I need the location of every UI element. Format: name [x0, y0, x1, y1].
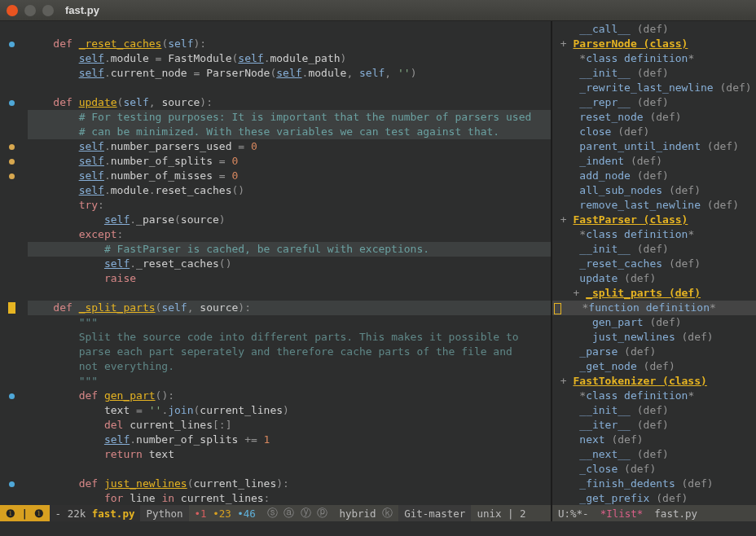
outline-item[interactable]: _finish_dedents (def): [552, 477, 756, 491]
code-line[interactable]: self._parse(source): [28, 213, 551, 227]
outline-item[interactable]: _close (def): [552, 462, 756, 477]
ml-side-mode: *Ilist*: [595, 505, 649, 521]
outline-item[interactable]: remove_last_newline (def): [552, 198, 756, 213]
gutter-row: [0, 403, 23, 418]
code-line[interactable]: [28, 81, 551, 95]
code-line[interactable]: """: [28, 315, 551, 330]
close-icon[interactable]: [7, 5, 18, 16]
code-line[interactable]: self.number_of_splits = 0: [28, 154, 551, 169]
gutter-row: [0, 491, 23, 505]
outline-item[interactable]: __next__ (def): [552, 447, 756, 462]
outline-item[interactable]: _parse (def): [552, 345, 756, 359]
gutter-row: [0, 213, 23, 227]
gutter-row: [0, 183, 23, 198]
outline-item[interactable]: __call__ (def): [552, 22, 756, 37]
code-line[interactable]: Split the source code into different par…: [28, 330, 551, 345]
code-line[interactable]: self.number_of_misses = 0: [28, 169, 551, 183]
outline-item[interactable]: reset_node (def): [552, 110, 756, 125]
outline-item[interactable]: *class definition*: [552, 51, 756, 66]
code-line[interactable]: self._reset_caches(): [28, 257, 551, 271]
outline-item[interactable]: _rewrite_last_newline (def): [552, 81, 756, 95]
code-line[interactable]: """: [28, 374, 551, 389]
outline-item[interactable]: + _split_parts (def): [552, 286, 756, 301]
outline-item[interactable]: _indent (def): [552, 154, 756, 169]
outline-item[interactable]: all_sub_nodes (def): [552, 183, 756, 198]
code-line[interactable]: [28, 286, 551, 301]
outline-item[interactable]: *class definition*: [552, 389, 756, 403]
code-line[interactable]: del current_lines[:]: [28, 418, 551, 433]
outline-item[interactable]: update (def): [552, 271, 756, 286]
outline-item[interactable]: parent_until_indent (def): [552, 139, 756, 154]
outline-item[interactable]: gen_part (def): [552, 315, 756, 330]
code-line[interactable]: not everything.: [28, 359, 551, 374]
gutter-row: [0, 139, 23, 154]
outline-item[interactable]: __init__ (def): [552, 242, 756, 257]
code-line[interactable]: def gen_part():: [28, 389, 551, 403]
outline-item[interactable]: next (def): [552, 433, 756, 447]
outline-item[interactable]: _get_node (def): [552, 359, 756, 374]
code-area[interactable]: def _reset_caches(self): self.module = F…: [23, 21, 551, 505]
code-line[interactable]: for line in current_lines:: [28, 491, 551, 505]
code-line[interactable]: # can be minimized. With these variables…: [28, 125, 551, 139]
gutter-row: [0, 477, 23, 491]
code-line[interactable]: self.current_node = ParserNode(self.modu…: [28, 66, 551, 81]
code-line[interactable]: # FastParser is cached, be careful with …: [28, 242, 551, 257]
code-line[interactable]: self.module = FastModule(self.module_pat…: [28, 51, 551, 66]
outline-item[interactable]: __init__ (def): [552, 403, 756, 418]
outline-pane[interactable]: __call__ (def) + ParserNode (class) *cla…: [551, 21, 756, 505]
outline-item[interactable]: just_newlines (def): [552, 330, 756, 345]
minibuffer[interactable]: [0, 521, 756, 536]
code-line[interactable]: self.number_of_splits += 1: [28, 433, 551, 447]
gutter-row: [0, 433, 23, 447]
outline-item[interactable]: + FastParser (class): [552, 213, 756, 227]
code-line[interactable]: [28, 22, 551, 37]
code-line[interactable]: self.number_parsers_used = 0: [28, 139, 551, 154]
ml-mode: Python: [140, 505, 188, 521]
fold-marker-icon[interactable]: [9, 100, 15, 106]
maximize-icon[interactable]: [42, 5, 54, 16]
gutter: [0, 21, 23, 505]
minimize-icon[interactable]: [24, 5, 36, 16]
fold-marker-icon[interactable]: [9, 481, 15, 487]
gutter-row: [0, 374, 23, 389]
code-line[interactable]: raise: [28, 271, 551, 286]
code-line[interactable]: parse each part seperately and therefore…: [28, 345, 551, 359]
gutter-row: [0, 271, 23, 286]
ml-size: - 22k fast.py: [50, 505, 141, 521]
outline-item[interactable]: + ParserNode (class): [552, 37, 756, 51]
code-line[interactable]: def just_newlines(current_lines):: [28, 477, 551, 491]
gutter-row: [0, 37, 23, 51]
code-line[interactable]: text = ''.join(current_lines): [28, 403, 551, 418]
titlebar: fast.py: [0, 0, 756, 21]
fold-marker-icon[interactable]: [9, 393, 15, 399]
outline-item[interactable]: + FastTokenizer (class): [552, 374, 756, 389]
code-line[interactable]: try:: [28, 198, 551, 213]
gutter-row: [0, 22, 23, 37]
code-line[interactable]: def update(self, source):: [28, 95, 551, 110]
outline-item[interactable]: __repr__ (def): [552, 95, 756, 110]
code-line[interactable]: def _split_parts(self, source):: [28, 301, 551, 315]
outline-cursor-icon: [554, 303, 561, 314]
editor-pane[interactable]: def _reset_caches(self): self.module = F…: [0, 21, 551, 505]
outline-item[interactable]: close (def): [552, 125, 756, 139]
gutter-row: [0, 301, 23, 315]
outline-item[interactable]: *class definition*: [552, 227, 756, 242]
fold-marker-icon[interactable]: [9, 42, 15, 47]
outline-item[interactable]: __iter__ (def): [552, 418, 756, 433]
outline-item[interactable]: __init__ (def): [552, 66, 756, 81]
code-line[interactable]: self.module.reset_caches(): [28, 183, 551, 198]
gutter-row: [0, 81, 23, 95]
gutter-row: [0, 462, 23, 477]
ml-hybrid: hybrid ⓚ: [333, 505, 398, 521]
outline-item[interactable]: _get_prefix (def): [552, 491, 756, 505]
code-line[interactable]: return text: [28, 447, 551, 462]
gutter-row: [0, 330, 23, 345]
code-line[interactable]: except:: [28, 227, 551, 242]
gutter-row: [0, 198, 23, 213]
outline-item[interactable]: *function definition*: [552, 301, 756, 315]
code-line[interactable]: # For testing purposes: It is important …: [28, 110, 551, 125]
code-line[interactable]: def _reset_caches(self):: [28, 37, 551, 51]
code-line[interactable]: [28, 462, 551, 477]
outline-item[interactable]: add_node (def): [552, 169, 756, 183]
outline-item[interactable]: _reset_caches (def): [552, 257, 756, 271]
